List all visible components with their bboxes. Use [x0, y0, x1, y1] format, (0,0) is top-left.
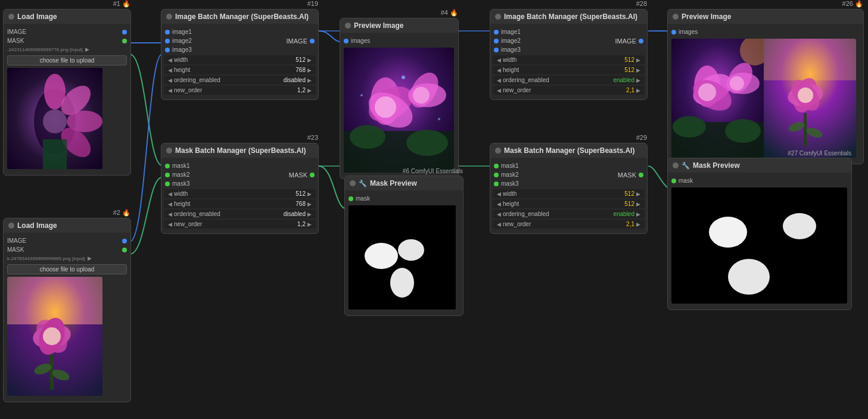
arrow-left-ordering-29[interactable]: ◀ [495, 211, 503, 217]
arrow-right-ordering-23[interactable]: ▶ [306, 211, 313, 217]
node-title-23: Mask Batch Manager (SuperBeasts.AI) [175, 146, 306, 155]
port-dot-image-1[interactable] [122, 30, 127, 35]
arrow-left-neworder-23[interactable]: ◀ [166, 221, 174, 227]
port-dot-image-out-28[interactable] [639, 39, 643, 43]
arrow-left-width-29[interactable]: ◀ [495, 191, 503, 197]
svg-rect-55 [804, 113, 807, 146]
arrow-right-ordering-29[interactable]: ▶ [634, 211, 642, 217]
port-dot-image-out-19[interactable] [310, 39, 315, 43]
port-dot-image3-19[interactable] [165, 48, 170, 52]
arrow-right-width-28[interactable]: ▶ [634, 57, 642, 63]
port-dot-mask-2[interactable] [122, 248, 127, 252]
svg-point-32 [438, 118, 440, 120]
field-height-28: ◀ height 512 ▶ [493, 65, 645, 74]
port-dot-mask1-23[interactable] [165, 164, 170, 168]
node-title-29: Mask Batch Manager (SuperBeasts.AI) [504, 146, 634, 155]
port-image2-in-28: image2 [490, 36, 524, 45]
port-dot-mask-27[interactable] [671, 179, 676, 183]
filename-2: k-2478344399999999985.png [input] ▶ [4, 254, 130, 262]
port-dot-image-2[interactable] [122, 239, 127, 243]
choose-file-btn-1[interactable]: choose file to upload [7, 55, 127, 65]
node-status-dot-2 [8, 223, 14, 229]
arrow-right-neworder-28[interactable]: ▶ [634, 87, 642, 93]
port-dot-image1-28[interactable] [494, 30, 499, 35]
node-body-1: IMAGE MASK -2423114699999999776.png [inp… [4, 24, 130, 175]
node-title-19: Image Batch Manager (SuperBeasts.AI) [175, 12, 309, 21]
field-ordering-19: ◀ ordering_enabled disabled ▶ [164, 76, 316, 85]
svg-point-31 [360, 94, 363, 96]
port-dot-mask1-29[interactable] [494, 164, 499, 168]
load-image-node-2: #2 🔥 Load Image IMAGE MASK k-24783443999… [3, 218, 131, 402]
arrow-right-width-23[interactable]: ▶ [306, 191, 313, 197]
svg-point-44 [730, 76, 744, 90]
arrow-right-neworder-19[interactable]: ▶ [306, 87, 313, 93]
arrow-left-ordering-23[interactable]: ◀ [166, 211, 174, 217]
svg-point-35 [398, 239, 424, 261]
port-mask3-in-23: mask3 [161, 179, 193, 188]
node-status-dot-23 [166, 148, 172, 154]
port-image1-in-28: image1 [490, 27, 524, 36]
node-badge-4: #4 🔥 [441, 9, 458, 17]
arrow-left-neworder-28[interactable]: ◀ [495, 87, 503, 93]
arrow-right-height-19[interactable]: ▶ [306, 67, 313, 73]
port-dot-images-26[interactable] [671, 30, 676, 35]
port-dot-mask3-23[interactable] [165, 182, 170, 186]
svg-point-34 [365, 243, 398, 269]
arrow-right-ordering-28[interactable]: ▶ [634, 77, 642, 83]
arrow-right-height-23[interactable]: ▶ [306, 201, 313, 207]
port-mask2-in-23: mask2 [161, 170, 193, 179]
arrow-left-width-23[interactable]: ◀ [166, 191, 174, 197]
arrow-left-neworder-29[interactable]: ◀ [495, 221, 503, 227]
port-dot-mask2-29[interactable] [494, 173, 499, 177]
node-badge-6: #6 ComfyUI Essentials [403, 168, 463, 174]
mask-preview-node-27: #27 ComfyUI Essentials 🔧 Mask Preview ma… [667, 158, 852, 310]
svg-point-23 [375, 96, 396, 118]
arrow-left-height-23[interactable]: ◀ [166, 201, 174, 207]
node-header-19: Image Batch Manager (SuperBeasts.AI) [161, 10, 318, 24]
port-dot-mask-out-29[interactable] [639, 173, 643, 177]
node-header-4: Preview Image [340, 18, 458, 33]
arrow-right-ordering-19[interactable]: ▶ [306, 77, 313, 83]
svg-rect-50 [764, 39, 856, 80]
port-dot-mask3-29[interactable] [494, 182, 499, 186]
port-image3-in-28: image3 [490, 45, 524, 54]
svg-point-6 [43, 110, 67, 133]
arrow-right-height-29[interactable]: ▶ [634, 201, 642, 207]
node-title-1: Load Image [17, 12, 57, 21]
node-header-27: 🔧 Mask Preview [668, 158, 851, 173]
port-dot-image2-19[interactable] [165, 39, 170, 43]
svg-point-60 [783, 213, 816, 239]
port-dot-mask-out-23[interactable] [310, 173, 315, 177]
port-dot-image2-28[interactable] [494, 39, 499, 43]
arrow-right-height-28[interactable]: ▶ [634, 67, 642, 73]
arrow-right-width-19[interactable]: ▶ [306, 57, 313, 63]
port-image3-in-19: image3 [161, 45, 195, 54]
port-dot-mask-6[interactable] [349, 196, 353, 201]
node-body-23: mask1 mask2 mask3 MASK ◀ [161, 158, 318, 233]
arrow-left-width-28[interactable]: ◀ [495, 57, 503, 63]
arrow-left-height-28[interactable]: ◀ [495, 67, 503, 73]
svg-point-29 [406, 130, 448, 156]
arrow-right-neworder-29[interactable]: ▶ [634, 221, 642, 227]
choose-file-btn-2[interactable]: choose file to upload [7, 264, 127, 274]
preview-image-node-26: #26 🔥 Preview Image images [667, 9, 864, 164]
arrow-left-width-19[interactable]: ◀ [166, 57, 174, 63]
node-header-26: Preview Image [668, 10, 863, 24]
svg-rect-9 [7, 277, 102, 324]
arrow-left-neworder-19[interactable]: ◀ [166, 87, 174, 93]
node-title-28: Image Batch Manager (SuperBeasts.AI) [504, 12, 637, 21]
arrow-right-width-29[interactable]: ▶ [634, 191, 642, 197]
arrow-left-height-29[interactable]: ◀ [495, 201, 503, 207]
svg-point-54 [798, 87, 813, 103]
field-neworder-29: ◀ new_order 2,1 ▶ [493, 220, 645, 229]
port-dot-mask2-23[interactable] [165, 173, 170, 177]
node-status-dot-29 [495, 148, 501, 154]
port-dot-image1-19[interactable] [165, 30, 170, 35]
arrow-left-height-19[interactable]: ◀ [166, 67, 174, 73]
port-dot-image3-28[interactable] [494, 48, 499, 52]
arrow-left-ordering-19[interactable]: ◀ [166, 77, 174, 83]
port-dot-images-4[interactable] [344, 39, 349, 43]
arrow-right-neworder-23[interactable]: ▶ [306, 221, 313, 227]
arrow-left-ordering-28[interactable]: ◀ [495, 77, 503, 83]
port-dot-mask-1[interactable] [122, 39, 127, 43]
